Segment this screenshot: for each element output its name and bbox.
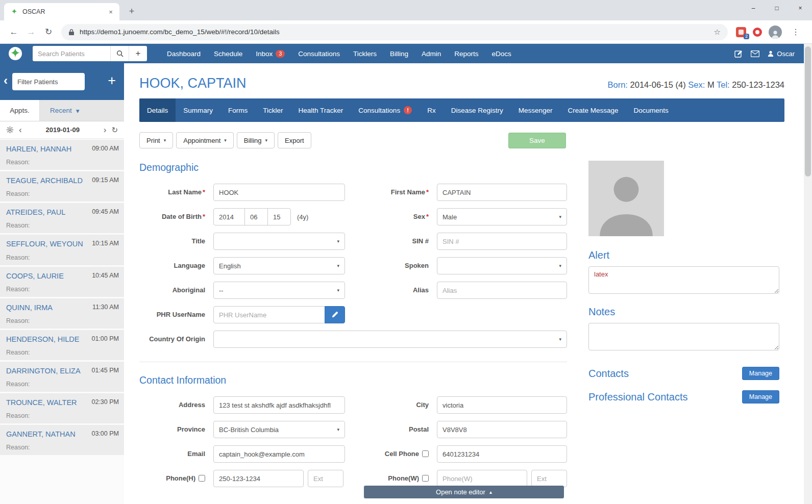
record-tab-documents[interactable]: Documents: [626, 98, 676, 122]
browser-tab[interactable]: OSCAR ×: [4, 3, 119, 20]
url-bar[interactable]: https://demo1.junoemr.com/bc_demo_15/web…: [61, 24, 728, 40]
phone-home-ext-input[interactable]: [308, 470, 343, 487]
record-tab-summary[interactable]: Summary: [176, 98, 220, 122]
filter-patients-input[interactable]: [12, 73, 85, 90]
appointment-name[interactable]: QUINN, IRMA: [6, 303, 92, 313]
appointment-name[interactable]: GANNERT, NATHAN: [6, 430, 91, 439]
schedule-settings-gear-icon[interactable]: [6, 126, 14, 134]
postal-input[interactable]: [437, 421, 567, 438]
language-select[interactable]: English▾: [213, 257, 345, 274]
record-tab-create-message[interactable]: Create Message: [560, 98, 626, 122]
first-name-input[interactable]: [437, 184, 567, 201]
city-input[interactable]: [437, 396, 567, 414]
phr-edit-button[interactable]: [325, 306, 345, 323]
appointment-name[interactable]: HARLEN, HANNAH: [6, 144, 92, 154]
appointment-name[interactable]: COOPS, LAURIE: [6, 271, 92, 281]
appointment-name[interactable]: TROUNCE, WALTER: [6, 398, 91, 408]
phone-work-checkbox[interactable]: [422, 475, 429, 482]
appointment-item[interactable]: ATREIDES, PAUL09:45 AMReason:: [0, 203, 124, 233]
browser-menu-icon[interactable]: ⋮: [789, 27, 803, 37]
nav-item-reports[interactable]: Reports: [448, 44, 485, 63]
mail-icon[interactable]: [751, 51, 759, 57]
back-button[interactable]: ←: [6, 24, 21, 40]
nav-item-edocs[interactable]: eDocs: [485, 44, 518, 63]
adblock-extension-icon[interactable]: [753, 28, 762, 37]
next-day-button[interactable]: ›: [104, 125, 107, 134]
refresh-appointments-icon[interactable]: ↻: [111, 125, 118, 135]
nav-item-dashboard[interactable]: Dashboard: [160, 44, 207, 63]
save-button[interactable]: Save: [508, 133, 566, 148]
record-tab-forms[interactable]: Forms: [220, 98, 255, 122]
sidebar-add-button[interactable]: +: [108, 73, 124, 91]
prev-day-button[interactable]: ‹: [19, 125, 22, 134]
phone-home-input[interactable]: [213, 470, 304, 487]
appointment-item[interactable]: DARRINGTON, ELIZA01:45 PMReason:: [0, 362, 124, 392]
alert-textarea[interactable]: latex: [588, 266, 779, 294]
sex-select[interactable]: Male▾: [437, 208, 567, 225]
appointment-item[interactable]: QUINN, IRMA11:30 AMReason:: [0, 298, 124, 329]
bookmark-star-icon[interactable]: ☆: [714, 28, 721, 37]
address-input[interactable]: [213, 396, 345, 414]
appointment-item[interactable]: HARLEN, HANNAH09:00 AMReason:: [0, 140, 124, 170]
print-button[interactable]: Print▾: [139, 132, 173, 148]
appointment-button[interactable]: Appointment▾: [176, 132, 234, 148]
window-maximize-button[interactable]: □: [765, 0, 789, 16]
add-patient-button[interactable]: +: [129, 46, 147, 61]
window-close-button[interactable]: ×: [789, 0, 812, 16]
appointment-name[interactable]: ATREIDES, PAUL: [6, 208, 92, 217]
page-refresh-button[interactable]: ↻: [41, 24, 56, 40]
appointment-item[interactable]: GANNERT, NATHAN03:00 PMReason:: [0, 425, 124, 455]
record-tab-tickler[interactable]: Tickler: [255, 98, 290, 122]
record-tab-messenger[interactable]: Messenger: [511, 98, 560, 122]
record-tab-health-tracker[interactable]: Health Tracker: [291, 98, 351, 122]
search-button[interactable]: [110, 46, 129, 61]
tab-appointments[interactable]: Appts.: [0, 100, 40, 121]
appointment-name[interactable]: DARRINGTON, ELIZA: [6, 366, 91, 376]
appointment-item[interactable]: TROUNCE, WALTER02:30 PMReason:: [0, 393, 124, 423]
title-select[interactable]: ▾: [213, 233, 345, 250]
contacts-manage-button[interactable]: Manage: [742, 367, 779, 380]
last-name-input[interactable]: [213, 184, 345, 201]
billing-button[interactable]: Billing▾: [237, 132, 275, 148]
nav-item-admin[interactable]: Admin: [415, 44, 448, 63]
user-menu[interactable]: Oscar: [768, 50, 795, 58]
page-scrollbar[interactable]: [804, 44, 812, 504]
record-tab-details[interactable]: Details: [139, 98, 176, 122]
tab-close-icon[interactable]: ×: [106, 7, 115, 16]
record-tab-disease-registry[interactable]: Disease Registry: [444, 98, 511, 122]
appointment-name[interactable]: TEAGUE, ARCHIBALD: [6, 176, 92, 186]
phone-work-ext-input[interactable]: [531, 470, 567, 487]
phr-username-input[interactable]: [213, 306, 325, 323]
notes-textarea[interactable]: [588, 323, 779, 350]
nav-item-schedule[interactable]: Schedule: [207, 44, 249, 63]
dob-month-input[interactable]: [244, 208, 268, 225]
profile-avatar[interactable]: [769, 26, 782, 39]
email-input[interactable]: [213, 445, 345, 463]
export-button[interactable]: Export: [278, 132, 311, 148]
nav-item-inbox[interactable]: Inbox3: [249, 44, 291, 63]
cell-phone-checkbox[interactable]: [422, 450, 429, 457]
nav-item-billing[interactable]: Billing: [383, 44, 415, 63]
sin-input[interactable]: [437, 233, 567, 250]
window-minimize-button[interactable]: –: [742, 0, 765, 16]
alias-input[interactable]: [437, 282, 567, 299]
dob-year-input[interactable]: [213, 208, 245, 225]
professional-contacts-manage-button[interactable]: Manage: [742, 390, 779, 404]
record-tab-rx[interactable]: Rx: [420, 98, 444, 122]
sidebar-collapse-icon[interactable]: ‹: [0, 73, 12, 90]
appointment-item[interactable]: SEFFLOUR, WEYOUN10:15 AMReason:: [0, 235, 124, 265]
phone-home-checkbox[interactable]: [199, 475, 205, 482]
appointment-item[interactable]: COOPS, LAURIE10:45 AMReason:: [0, 267, 124, 297]
aboriginal-select[interactable]: --▾: [213, 282, 345, 299]
appointment-item[interactable]: HENDERSON, HILDE01:00 PMReason:: [0, 330, 124, 360]
appointment-name[interactable]: SEFFLOUR, WEYOUN: [6, 239, 92, 249]
nav-item-consultations[interactable]: Consultations: [291, 44, 347, 63]
open-note-editor-button[interactable]: Open note editor ▴: [364, 486, 564, 498]
cell-phone-input[interactable]: [437, 445, 567, 463]
forward-button[interactable]: →: [23, 24, 39, 40]
phone-work-input[interactable]: [437, 470, 527, 487]
country-of-origin-select[interactable]: ▾: [213, 331, 567, 348]
nav-item-ticklers[interactable]: Ticklers: [347, 44, 383, 63]
new-tab-button[interactable]: +: [125, 4, 139, 18]
appointment-name[interactable]: HENDERSON, HILDE: [6, 335, 91, 344]
